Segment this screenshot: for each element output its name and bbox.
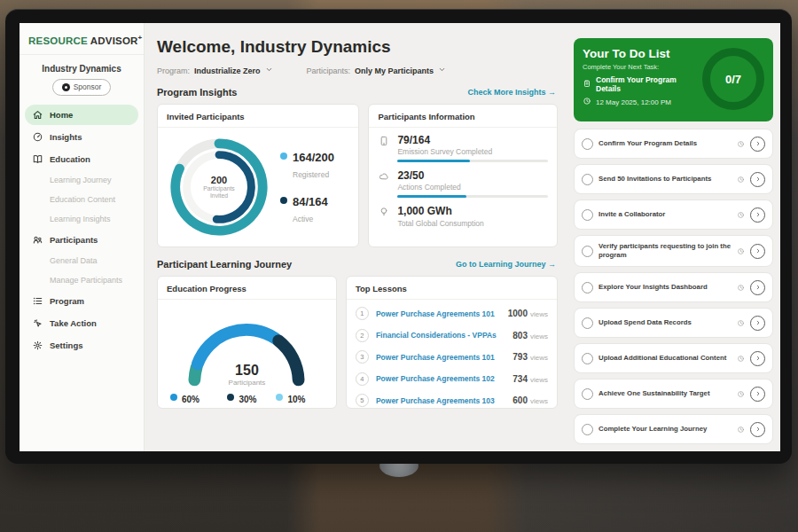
stat-label: Emission Survey Completed	[397, 147, 548, 156]
app-logo: RESOURCE ADVISOR+	[20, 23, 144, 55]
participants-select[interactable]: Participants: Only My Participants	[307, 66, 447, 75]
task-checkbox[interactable]	[582, 353, 593, 364]
task-upload-educational-content[interactable]: Upload Additional Educational Content	[574, 343, 773, 373]
task-label: Upload Additional Educational Content	[598, 354, 732, 363]
task-checkbox[interactable]	[582, 282, 593, 293]
task-open-button[interactable]	[750, 172, 765, 187]
sponsor-badge-label: Sponsor	[74, 82, 102, 91]
lesson-rank: 5	[356, 394, 369, 407]
progress-fill	[397, 160, 470, 162]
legend-label: Registered	[293, 170, 329, 179]
gear-icon	[32, 340, 43, 351]
participants-label: Participants:	[307, 66, 351, 75]
sidebar-item-home[interactable]: Home	[25, 105, 138, 125]
org-name: Industry Dynamics	[20, 64, 144, 74]
clock-icon	[737, 243, 745, 259]
task-open-button[interactable]	[750, 137, 765, 152]
task-explore-insights[interactable]: Explore Your Insights Dashboard	[574, 272, 773, 302]
sidebar-item-learning-insights[interactable]: Learning Insights	[25, 210, 138, 228]
check-more-insights-link[interactable]: Check More Insights →	[467, 88, 556, 97]
sidebar-item-learning-journey[interactable]: Learning Journey	[25, 171, 138, 189]
survey-document-icon	[378, 135, 390, 162]
insights-gauge-icon	[32, 131, 43, 143]
logo-text-secondary: ADVISOR	[90, 35, 138, 46]
sidebar-item-label: Manage Participants	[50, 276, 122, 285]
stat-label: Actions Completed	[397, 183, 548, 192]
clock-icon	[737, 279, 745, 295]
task-open-button[interactable]	[750, 316, 765, 331]
go-to-learning-journey-link[interactable]: Go to Learning Journey →	[456, 260, 556, 269]
clock-icon	[737, 386, 745, 402]
sidebar-item-participants[interactable]: Participants	[25, 230, 138, 250]
card-title: Participants Information	[369, 105, 557, 128]
lesson-views-word: views	[530, 354, 548, 362]
task-checkbox[interactable]	[582, 209, 593, 221]
pending-dot-icon	[227, 394, 234, 401]
task-confirm-program-details[interactable]: Confirm Your Program Details	[574, 129, 773, 159]
sidebar-item-general-data[interactable]: General Data	[25, 252, 138, 270]
clock-icon	[737, 350, 745, 366]
learning-journey-header: Participant Learning Journey Go to Learn…	[157, 259, 556, 270]
lesson-link[interactable]: Power Purchase Agreements 102	[376, 374, 506, 383]
lesson-link[interactable]: Power Purchase Agreements 101	[376, 353, 506, 362]
card-title: Invited Participants	[158, 105, 358, 128]
sidebar-item-insights[interactable]: Insights	[25, 127, 138, 147]
task-invite-collaborator[interactable]: Invite a Collaborator	[574, 200, 773, 230]
task-open-button[interactable]	[750, 387, 765, 402]
donut-legend: 164/200 Registered 84/164 Active	[280, 149, 334, 225]
clipboard-icon	[583, 79, 591, 90]
card-title: Education Progress	[158, 277, 336, 300]
progress-track	[397, 195, 548, 198]
task-checkbox[interactable]	[582, 317, 593, 329]
task-checkbox[interactable]	[582, 246, 593, 257]
task-checkbox[interactable]	[582, 174, 593, 185]
legend-item-active: 84/164 Active	[280, 193, 334, 225]
stat-value: 1,000 GWh	[397, 206, 548, 217]
sponsor-badge[interactable]: Sponsor	[52, 79, 111, 96]
clock-icon	[583, 97, 591, 107]
lesson-views-word: views	[530, 310, 548, 318]
book-icon	[32, 153, 43, 165]
legend-item-not-started: 10% Not Started	[276, 390, 323, 409]
program-label: Program:	[157, 66, 190, 75]
program-insights-header: Program Insights Check More Insights →	[157, 87, 556, 98]
task-verify-participants[interactable]: Verify participants requesting to join t…	[574, 235, 773, 267]
sidebar-item-label: Participants	[50, 235, 98, 245]
lightbulb-icon	[378, 206, 390, 231]
task-open-button[interactable]	[750, 244, 765, 259]
sidebar-item-program[interactable]: Program	[25, 291, 138, 311]
sidebar-item-education-content[interactable]: Education Content	[25, 191, 138, 208]
clock-icon	[737, 421, 745, 437]
task-send-invitations[interactable]: Send 50 Invitations to Participants	[574, 164, 773, 194]
chevron-down-icon	[438, 66, 446, 75]
sidebar-item-manage-participants[interactable]: Manage Participants	[25, 271, 138, 289]
task-checkbox[interactable]	[582, 138, 593, 150]
task-open-button[interactable]	[750, 280, 765, 295]
lesson-link[interactable]: Power Purchase Agreements 103	[376, 396, 506, 405]
stat-total-consumption: 1,000 GWh Total Global Consumption	[378, 206, 548, 231]
sidebar-item-education[interactable]: Education	[25, 149, 138, 169]
task-open-button[interactable]	[750, 351, 765, 366]
stat-value: 79/164	[397, 135, 548, 146]
task-complete-learning-journey[interactable]: Complete Your Learning Journey	[574, 414, 773, 444]
page-title: Welcome, Industry Dynamics	[157, 37, 558, 57]
task-checkbox[interactable]	[582, 388, 593, 400]
sidebar-item-take-action[interactable]: Take Action	[25, 313, 138, 333]
clock-icon	[737, 207, 745, 223]
invited-participants-card: Invited Participants 200 Participants In…	[157, 104, 359, 247]
program-select[interactable]: Program: Industrialize Zero	[157, 66, 273, 75]
task-label: Invite a Collaborator	[598, 210, 732, 219]
task-open-button[interactable]	[750, 207, 765, 223]
chevron-down-icon	[265, 66, 273, 75]
task-upload-spend-data[interactable]: Upload Spend Data Records	[574, 308, 773, 338]
task-open-button[interactable]	[750, 422, 765, 437]
task-checkbox[interactable]	[582, 424, 593, 435]
lesson-link[interactable]: Financial Considerations - VPPAs	[376, 331, 506, 340]
sidebar-item-label: Education Content	[50, 195, 115, 204]
sidebar-item-settings[interactable]: Settings	[25, 335, 138, 356]
sidebar-item-label: Insights	[50, 132, 82, 142]
section-title: Program Insights	[157, 87, 237, 98]
link-label: Go to Learning Journey	[456, 260, 546, 269]
task-achieve-sustainability-target[interactable]: Achieve One Sustainability Target	[574, 379, 773, 409]
lesson-link[interactable]: Power Purchase Agreements 101	[376, 309, 502, 318]
